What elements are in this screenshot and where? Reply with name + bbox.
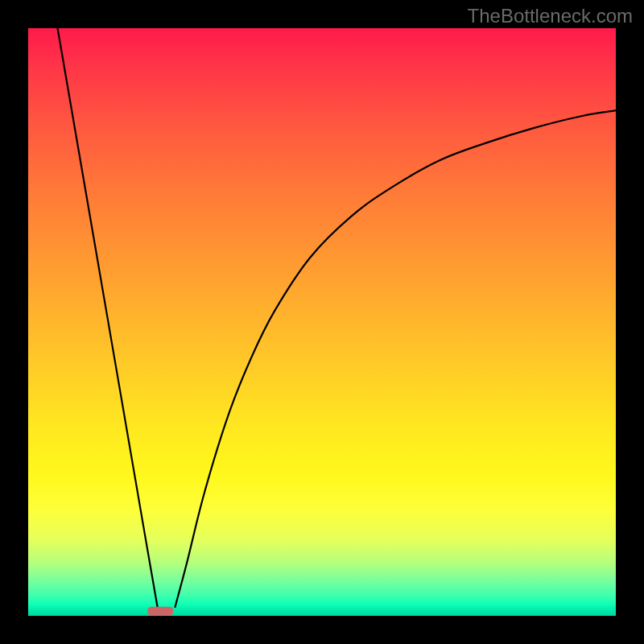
chart-container: TheBottleneck.com — [0, 0, 644, 644]
attribution-text: TheBottleneck.com — [468, 5, 633, 27]
minimum-marker — [147, 607, 173, 616]
chart-svg — [28, 28, 616, 616]
curve-left-branch — [58, 28, 158, 607]
plot-area — [28, 28, 616, 616]
curve-right-branch — [175, 110, 617, 607]
